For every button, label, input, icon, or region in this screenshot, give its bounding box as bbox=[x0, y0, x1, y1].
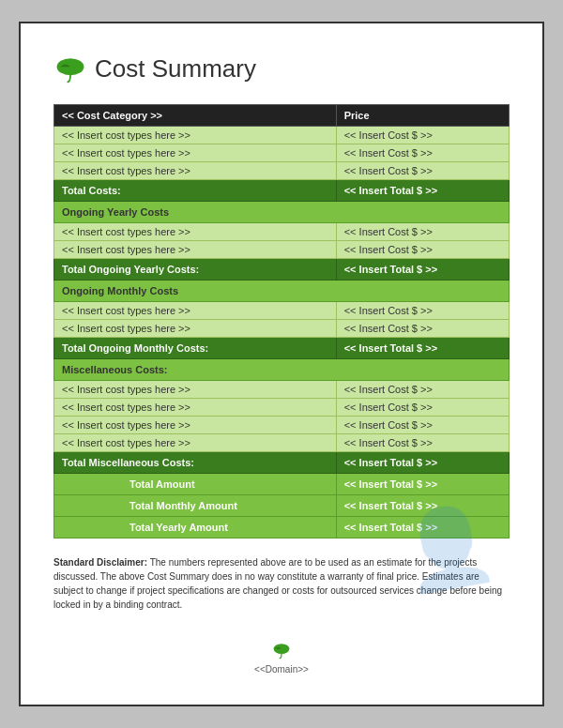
logo-icon bbox=[53, 52, 87, 85]
summary-value: << Insert Total $ >> bbox=[336, 495, 509, 517]
total-costs-row: Total Costs: << Insert Total $ >> bbox=[54, 180, 510, 202]
summary-total-row: Total Amount << Insert Total $ >> bbox=[54, 474, 510, 495]
total-yearly-row: Total Ongoing Yearly Costs: << Insert To… bbox=[54, 259, 510, 281]
cost-category-cell: << Insert cost types here >> bbox=[54, 241, 337, 259]
footer-logo-icon bbox=[270, 640, 293, 662]
cost-category-cell: << Insert cost types here >> bbox=[54, 127, 337, 144]
cost-price-cell: << Insert Cost $ >> bbox=[336, 381, 509, 399]
table-header-row: << Cost Category >> Price bbox=[54, 105, 510, 127]
table-row: << Insert cost types here >> << Insert C… bbox=[54, 162, 510, 180]
cost-category-cell: << Insert cost types here >> bbox=[54, 302, 337, 320]
cost-category-cell: << Insert cost types here >> bbox=[54, 381, 337, 399]
table-row: << Insert cost types here >> << Insert C… bbox=[54, 434, 510, 452]
cost-price-cell: << Insert Cost $ >> bbox=[336, 223, 509, 241]
cost-price-cell: << Insert Cost $ >> bbox=[336, 399, 509, 417]
table-row: << Insert cost types here >> << Insert C… bbox=[54, 381, 510, 399]
total-value: << Insert Total $ >> bbox=[336, 452, 509, 474]
page-footer: <<Domain>> bbox=[53, 640, 510, 675]
page-header: Cost Summary bbox=[53, 52, 510, 85]
table-row: << Insert cost types here >> << Insert C… bbox=[54, 241, 510, 259]
table-row: << Insert cost types here >> << Insert C… bbox=[54, 144, 510, 162]
disclaimer-text: Standard Disclaimer: The numbers represe… bbox=[53, 555, 510, 612]
cost-price-cell: << Insert Cost $ >> bbox=[336, 144, 509, 162]
cost-price-cell: << Insert Cost $ >> bbox=[336, 320, 509, 338]
cost-price-cell: << Insert Cost $ >> bbox=[336, 162, 509, 180]
total-value: << Insert Total $ >> bbox=[336, 259, 509, 281]
total-label: Total Ongoing Yearly Costs: bbox=[54, 259, 337, 281]
table-row: << Insert cost types here >> << Insert C… bbox=[54, 417, 510, 434]
footer-label: <<Domain>> bbox=[254, 664, 309, 675]
section-label: Ongoing Yearly Costs bbox=[54, 202, 510, 223]
cost-price-cell: << Insert Cost $ >> bbox=[336, 302, 509, 320]
cost-price-cell: << Insert Cost $ >> bbox=[336, 434, 509, 452]
cost-table: << Cost Category >> Price << Insert cost… bbox=[53, 104, 510, 538]
disclaimer-bold: Standard Disclaimer: bbox=[53, 557, 147, 568]
total-label: Total Ongoing Monthly Costs: bbox=[54, 338, 337, 359]
summary-value: << Insert Total $ >> bbox=[336, 517, 509, 538]
table-row: << Insert cost types here >> << Insert C… bbox=[54, 223, 510, 241]
table-row: << Insert cost types here >> << Insert C… bbox=[54, 127, 510, 144]
total-value: << Insert Total $ >> bbox=[336, 338, 509, 359]
cost-category-cell: << Insert cost types here >> bbox=[54, 223, 337, 241]
cost-category-cell: << Insert cost types here >> bbox=[54, 417, 337, 434]
total-misc-row: Total Miscellaneous Costs: << Insert Tot… bbox=[54, 452, 510, 474]
table-row: << Insert cost types here >> << Insert C… bbox=[54, 302, 510, 320]
section-label: Miscellaneous Costs: bbox=[54, 359, 510, 381]
summary-value: << Insert Total $ >> bbox=[336, 474, 509, 495]
summary-label: Total Yearly Amount bbox=[54, 517, 337, 538]
page-title: Cost Summary bbox=[95, 54, 256, 83]
total-monthly-row: Total Ongoing Monthly Costs: << Insert T… bbox=[54, 338, 510, 359]
total-value: << Insert Total $ >> bbox=[336, 180, 509, 202]
col-header-price: Price bbox=[336, 105, 509, 127]
cost-category-cell: << Insert cost types here >> bbox=[54, 144, 337, 162]
section-yearly-label-row: Ongoing Yearly Costs bbox=[54, 202, 510, 223]
summary-label: Total Monthly Amount bbox=[54, 495, 337, 517]
table-row: << Insert cost types here >> << Insert C… bbox=[54, 320, 510, 338]
summary-yearly-row: Total Yearly Amount << Insert Total $ >> bbox=[54, 517, 510, 538]
col-header-category: << Cost Category >> bbox=[54, 105, 337, 127]
table-row: << Insert cost types here >> << Insert C… bbox=[54, 399, 510, 417]
cost-price-cell: << Insert Cost $ >> bbox=[336, 241, 509, 259]
cost-category-cell: << Insert cost types here >> bbox=[54, 399, 337, 417]
section-misc-label-row: Miscellaneous Costs: bbox=[54, 359, 510, 381]
total-label: Total Miscellaneous Costs: bbox=[54, 452, 337, 474]
cost-price-cell: << Insert Cost $ >> bbox=[336, 127, 509, 144]
section-label: Ongoing Monthly Costs bbox=[54, 281, 510, 302]
page: Cost Summary << Cost Category >> Price <… bbox=[19, 22, 544, 706]
summary-monthly-row: Total Monthly Amount << Insert Total $ >… bbox=[54, 495, 510, 517]
total-label: Total Costs: bbox=[54, 180, 337, 202]
cost-price-cell: << Insert Cost $ >> bbox=[336, 417, 509, 434]
section-monthly-label-row: Ongoing Monthly Costs bbox=[54, 281, 510, 302]
cost-category-cell: << Insert cost types here >> bbox=[54, 434, 337, 452]
cost-category-cell: << Insert cost types here >> bbox=[54, 162, 337, 180]
summary-label: Total Amount bbox=[54, 474, 337, 495]
cost-category-cell: << Insert cost types here >> bbox=[54, 320, 337, 338]
